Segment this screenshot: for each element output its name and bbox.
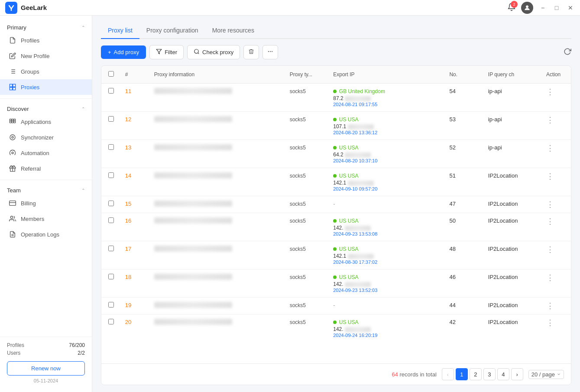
row-more-button[interactable]: ⋮ <box>546 246 554 253</box>
check-proxy-button[interactable]: Check proxy <box>187 45 240 59</box>
sidebar-item-billing[interactable]: Billing <box>0 195 92 211</box>
row-more-button[interactable]: ⋮ <box>546 201 554 208</box>
proxy-info <box>154 144 281 150</box>
proxy-type-cell: socks5 <box>285 112 329 140</box>
row-more-button[interactable]: ⋮ <box>546 144 554 152</box>
svg-rect-8 <box>13 84 16 87</box>
sidebar-item-operation-logs[interactable]: Operation Logs <box>0 227 92 242</box>
sidebar-item-referral[interactable]: Referral <box>0 161 92 176</box>
row-more-button[interactable]: ⋮ <box>546 319 554 327</box>
sidebar-item-new-profile[interactable]: New Profile <box>0 48 92 64</box>
proxy-no-cell: 54 <box>445 84 483 112</box>
ip-dash: - <box>333 201 441 207</box>
profiles-icon <box>9 36 16 44</box>
minimize-button[interactable]: − <box>538 3 547 12</box>
sidebar-item-groups[interactable]: Groups <box>0 64 92 79</box>
th-checkbox <box>101 66 121 84</box>
ip-row: 87.2 <box>333 95 441 101</box>
sidebar-item-members[interactable]: Members <box>0 211 92 227</box>
th-ip-query: IP query ch <box>484 66 542 84</box>
row-checkbox[interactable] <box>108 144 114 150</box>
ip-query-value: IP2Location <box>488 302 518 308</box>
renew-button[interactable]: Renew now <box>7 361 85 376</box>
filter-button[interactable]: Filter <box>149 45 184 59</box>
sidebar-item-proxies[interactable]: Proxies <box>0 79 92 95</box>
sidebar-section-primary-header[interactable]: Primary ⌃ <box>0 21 92 32</box>
ip-prefix: 142. <box>333 225 343 231</box>
country-row: US USA <box>333 319 441 325</box>
row-more-button[interactable]: ⋮ <box>546 302 554 310</box>
proxy-info <box>154 319 281 325</box>
country-label: US USA <box>339 117 359 123</box>
proxy-no-cell: 52 <box>445 140 483 168</box>
row-checkbox[interactable] <box>108 319 114 324</box>
row-checkbox[interactable] <box>108 172 114 178</box>
ip-blurred <box>348 254 374 259</box>
proxy-info-cell <box>150 140 285 168</box>
sidebar-item-applications[interactable]: Applications <box>0 114 92 130</box>
select-all-checkbox[interactable] <box>108 71 114 77</box>
tab-proxy-config[interactable]: Proxy configuration <box>139 23 205 39</box>
per-page-selector[interactable]: 20 / page <box>528 370 564 379</box>
row-number: 12 <box>121 112 150 140</box>
row-more-button[interactable]: ⋮ <box>546 116 554 124</box>
proxy-type-cell: socks5 <box>285 314 329 343</box>
sidebar-section-discover-header[interactable]: Discover ⌃ <box>0 102 92 114</box>
profiles-usage-row: Profiles 76/200 <box>7 342 85 348</box>
row-checkbox[interactable] <box>108 201 114 206</box>
proxy-info-cell <box>150 112 285 140</box>
prev-page-button[interactable]: ‹ <box>442 368 454 380</box>
row-checkbox[interactable] <box>108 274 114 279</box>
export-ip-content: US USA 64.2 2024-08-20 10:37:10 <box>333 144 441 163</box>
row-checkbox[interactable] <box>108 302 114 308</box>
ip-date: 2024-09-23 13:52:03 <box>333 288 441 293</box>
row-checkbox-cell <box>101 168 121 196</box>
tab-more-resources[interactable]: More resources <box>205 23 261 39</box>
more-actions-button[interactable] <box>262 45 278 59</box>
close-button[interactable]: ✕ <box>566 3 575 12</box>
user-avatar[interactable] <box>521 2 533 14</box>
sidebar-section-team-header[interactable]: Team ⌃ <box>0 184 92 195</box>
ip-query-cell: IP2Location <box>484 213 542 241</box>
sidebar-item-automation[interactable]: Automation <box>0 145 92 161</box>
notification-button[interactable]: 2 <box>507 3 516 13</box>
sidebar-item-synchronizer[interactable]: Synchronizer <box>0 130 92 145</box>
next-page-button[interactable]: › <box>511 368 523 380</box>
tabs: Proxy list Proxy configuration More reso… <box>101 23 571 39</box>
row-more-button[interactable]: ⋮ <box>546 88 554 96</box>
row-more-button[interactable]: ⋮ <box>546 217 554 225</box>
svg-point-18 <box>12 136 13 138</box>
row-more-button[interactable]: ⋮ <box>546 274 554 282</box>
proxy-info <box>154 274 281 280</box>
row-checkbox[interactable] <box>108 246 114 251</box>
maximize-button[interactable]: □ <box>552 3 561 12</box>
page-4-button[interactable]: 4 <box>497 368 509 380</box>
row-checkbox[interactable] <box>108 116 114 122</box>
referral-label: Referral <box>21 165 41 172</box>
delete-button[interactable] <box>243 45 259 59</box>
ip-prefix: 87.2 <box>333 95 343 101</box>
proxy-no-cell: 53 <box>445 112 483 140</box>
page-2-button[interactable]: 2 <box>470 368 482 380</box>
page-1-button[interactable]: 1 <box>456 368 468 380</box>
page-3-button[interactable]: 3 <box>483 368 496 380</box>
export-ip-content: - <box>333 201 441 207</box>
proxy-info <box>154 172 281 178</box>
tab-proxy-list[interactable]: Proxy list <box>101 23 139 39</box>
ip-query-value: ip-api <box>488 144 502 151</box>
row-checkbox[interactable] <box>108 88 114 94</box>
refresh-button[interactable] <box>564 48 571 57</box>
proxy-no: 50 <box>449 217 455 224</box>
export-ip-cell: US USA 64.2 2024-08-20 10:37:10 <box>329 140 445 168</box>
proxy-info-cell <box>150 298 285 314</box>
proxy-type: socks5 <box>290 117 306 123</box>
row-more-button[interactable]: ⋮ <box>546 172 554 180</box>
add-proxy-button[interactable]: + Add proxy <box>101 45 146 59</box>
groups-icon <box>9 68 16 75</box>
sidebar-item-profiles[interactable]: Profiles <box>0 32 92 48</box>
export-ip-cell: US USA 142.1 2024-09-10 09:57:20 <box>329 168 445 196</box>
country-dot <box>333 90 337 93</box>
country-label: US USA <box>339 145 359 151</box>
proxy-number: 17 <box>125 246 131 252</box>
row-checkbox[interactable] <box>108 217 114 223</box>
